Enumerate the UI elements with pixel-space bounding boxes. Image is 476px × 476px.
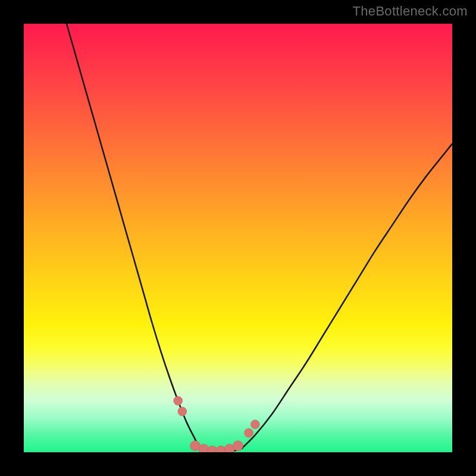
marker-dot [174, 396, 183, 405]
curve-line [67, 24, 452, 452]
marker-dot [178, 407, 187, 416]
bottleneck-curve [24, 24, 452, 452]
chart-frame: TheBottleneck.com [0, 0, 476, 476]
marker-dot [250, 420, 259, 429]
watermark-text: TheBottleneck.com [353, 4, 468, 19]
right-markers [245, 420, 260, 437]
marker-dot [245, 428, 253, 437]
marker-dot [233, 441, 243, 451]
plot-area [24, 24, 452, 452]
